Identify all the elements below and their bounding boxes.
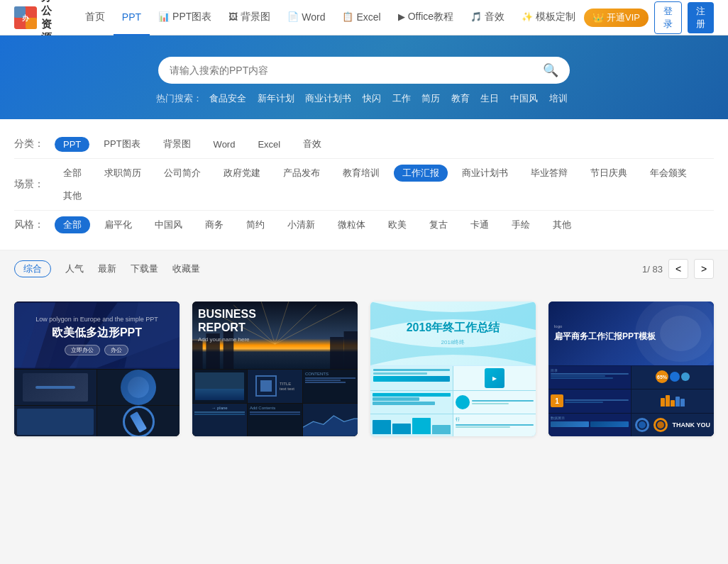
card-3-sub-4 <box>453 391 536 414</box>
nav-right: 👑 开通VIP 登录 注册 <box>584 1 714 34</box>
style-filter-row: 风格： 全部 扁平化 中国风 商务 简约 小清新 微粒体 欧美 复古 卡通 手绘… <box>14 211 714 239</box>
category-label: 分类： <box>14 138 44 150</box>
style-other[interactable]: 其他 <box>544 216 580 233</box>
scene-tags: 全部 求职简历 公司简介 政府党建 产品发布 教育培训 工作汇报 商业计划书 毕… <box>55 165 714 204</box>
card-1-sub-1 <box>14 370 96 405</box>
card-3[interactable]: 2018年终工作总结 2018终终 ▶ <box>370 302 536 436</box>
nav-item-office[interactable]: ▶ Office教程 <box>390 0 462 35</box>
card-4-sub-6: THANK YOU <box>632 414 714 436</box>
card-1-sub-4 <box>97 406 180 436</box>
nav-item-word[interactable]: 📄 Word <box>279 0 333 35</box>
card-1-btn1: 立即办公 <box>65 345 100 355</box>
style-simple[interactable]: 简约 <box>238 216 273 233</box>
scene-filter-row: 场景： 全部 求职简历 公司简介 政府党建 产品发布 教育培训 工作汇报 商业计… <box>14 159 714 211</box>
nav-item-excel[interactable]: 📋 Excel <box>333 0 389 35</box>
cat-word[interactable]: Word <box>205 137 244 152</box>
bg-icon: 🖼 <box>228 11 238 22</box>
crown-icon: 👑 <box>592 12 604 23</box>
scene-festival[interactable]: 节日庆典 <box>582 165 636 182</box>
style-retro[interactable]: 复古 <box>421 216 456 233</box>
scene-work-report[interactable]: 工作汇报 <box>394 165 448 182</box>
scene-company[interactable]: 公司简介 <box>155 165 209 182</box>
nav-label-word: Word <box>302 11 325 23</box>
scene-graduation[interactable]: 毕业答辩 <box>522 165 576 182</box>
card-4-visual: logo 扁平商务工作汇报PPT模板 目录 65% <box>548 302 714 436</box>
card-4-sub-3: 1 <box>548 389 631 412</box>
cat-ppt-chart[interactable]: PPT图表 <box>95 136 148 153</box>
card-2-sub-6 <box>303 404 358 437</box>
scene-product[interactable]: 产品发布 <box>275 165 329 182</box>
nav-links: 首页 PPT 📊 PPT图表 🖼 背景图 📄 Word 📋 Excel ▶ Of… <box>77 0 584 35</box>
category-filter-row: 分类： PPT PPT图表 背景图 Word Excel 音效 <box>14 130 714 159</box>
logo-icon: 办 <box>14 6 37 29</box>
page-info: 1/ 83 <box>642 264 663 275</box>
sort-downloads[interactable]: 下载量 <box>131 262 158 275</box>
nav-item-home[interactable]: 首页 <box>77 0 114 35</box>
cat-audio[interactable]: 音效 <box>294 136 330 153</box>
card-4-sub-5: 数据展示 <box>548 414 631 436</box>
nav-item-ppt-chart[interactable]: 📊 PPT图表 <box>150 0 220 35</box>
nav-label-home: 首页 <box>85 11 105 23</box>
card-1[interactable]: Low polygon in Europe and the simple PPT… <box>14 302 180 436</box>
style-label: 风格： <box>14 219 44 231</box>
nav-item-bg[interactable]: 🖼 背景图 <box>220 0 279 35</box>
card-1-sub-3 <box>14 406 96 436</box>
style-business[interactable]: 商务 <box>197 216 232 233</box>
sort-comprehensive[interactable]: 综合 <box>14 260 51 277</box>
register-button[interactable]: 注册 <box>688 2 714 33</box>
style-chinese[interactable]: 中国风 <box>146 216 191 233</box>
prev-page-button[interactable]: < <box>668 259 688 279</box>
card-4-sub-1: 目录 <box>548 366 631 389</box>
scene-business-plan[interactable]: 商业计划书 <box>453 165 517 182</box>
sort-newest[interactable]: 最新 <box>98 262 116 275</box>
next-page-button[interactable]: > <box>694 259 714 279</box>
style-particle[interactable]: 微粒体 <box>329 216 374 233</box>
card-4-sub-4 <box>632 389 714 412</box>
excel-icon: 📋 <box>342 11 353 22</box>
nav-item-audio[interactable]: 🎵 音效 <box>462 0 513 35</box>
nav-label-excel: Excel <box>356 11 380 23</box>
card-3-sub-6: 行 <box>453 414 536 437</box>
card-2[interactable]: BUSINESSREPORT Add your name here <box>192 302 358 436</box>
scene-education[interactable]: 教育培训 <box>334 165 388 182</box>
play-icon: ▶ <box>398 11 405 22</box>
card-3-visual: 2018年终工作总结 2018终终 ▶ <box>370 302 536 436</box>
search-bg-decoration <box>0 35 728 119</box>
nav-label-template: 模板定制 <box>536 11 575 23</box>
card-1-btn2: 办公 <box>104 345 128 355</box>
word-icon: 📄 <box>287 11 299 22</box>
style-all[interactable]: 全部 <box>55 216 90 233</box>
scene-label: 场景： <box>14 178 44 191</box>
cat-bg[interactable]: 背景图 <box>155 136 199 153</box>
login-button[interactable]: 登录 <box>654 1 682 34</box>
style-handdrawn[interactable]: 手绘 <box>503 216 539 233</box>
scene-government[interactable]: 政府党建 <box>215 165 269 182</box>
category-tags: PPT PPT图表 背景图 Word Excel 音效 <box>55 136 330 153</box>
card-2-sub-3: CONTENTS <box>303 370 358 403</box>
scene-resume[interactable]: 求职简历 <box>96 165 150 182</box>
style-western[interactable]: 欧美 <box>380 216 415 233</box>
scene-all[interactable]: 全部 <box>55 165 90 182</box>
nav-label-office: Office教程 <box>408 11 453 23</box>
nav-item-ppt[interactable]: PPT <box>114 0 150 35</box>
sort-favorites[interactable]: 收藏量 <box>172 262 200 275</box>
nav-item-template[interactable]: ✨ 模板定制 <box>513 0 584 35</box>
scene-annual[interactable]: 年会颁奖 <box>641 165 695 182</box>
style-cartoon[interactable]: 卡通 <box>462 216 497 233</box>
cat-excel[interactable]: Excel <box>249 137 289 152</box>
vip-button[interactable]: 👑 开通VIP <box>584 9 649 27</box>
style-flat[interactable]: 扁平化 <box>96 216 140 233</box>
cat-ppt[interactable]: PPT <box>55 137 89 152</box>
filter-area: 分类： PPT PPT图表 背景图 Word Excel 音效 场景： 全部 求… <box>0 119 728 250</box>
svg-text:办: 办 <box>21 14 30 22</box>
scene-other[interactable]: 其他 <box>55 187 90 204</box>
nav-label-audio: 音效 <box>485 11 504 23</box>
card-2-sub-2: TITLE text text <box>248 370 302 403</box>
card-1-en-title: Low polygon in Europe and the simple PPT <box>35 316 158 323</box>
card-1-sub-2 <box>97 370 180 405</box>
style-fresh[interactable]: 小清新 <box>279 216 324 233</box>
sort-popular[interactable]: 人气 <box>65 262 84 275</box>
pagination: 1/ 83 < > <box>642 259 714 279</box>
card-4[interactable]: logo 扁平商务工作汇报PPT模板 目录 65% <box>548 302 714 436</box>
audio-icon: 🎵 <box>470 11 482 22</box>
